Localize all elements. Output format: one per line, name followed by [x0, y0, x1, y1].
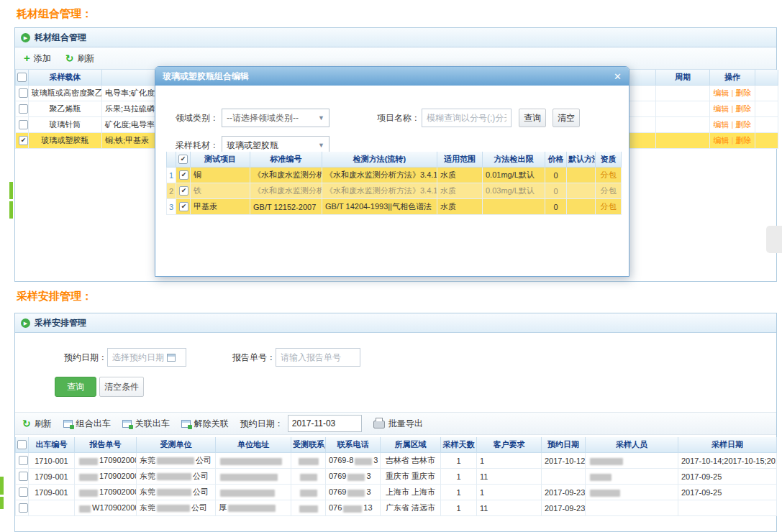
- column-header[interactable]: 默认方法: [567, 152, 596, 168]
- domain-type-select[interactable]: --请选择领域类别-- ▼: [222, 109, 329, 127]
- column-header[interactable]: 所属区域: [381, 437, 441, 453]
- checkbox[interactable]: [19, 104, 28, 114]
- edit-link[interactable]: 编辑: [714, 120, 729, 129]
- checkbox[interactable]: ✔: [179, 202, 188, 211]
- dialog-clear-button[interactable]: 清空: [553, 109, 580, 127]
- column-header[interactable]: 出车编号: [29, 437, 75, 453]
- sampling-row[interactable]: 1709-0011709020004CN东莞公司07693重庆市 重庆市1112…: [16, 469, 777, 485]
- checkbox[interactable]: [17, 440, 27, 449]
- column-header[interactable]: 采样天数: [441, 437, 477, 453]
- batch-export-button[interactable]: 批量导出: [373, 418, 423, 430]
- checkbox[interactable]: ✔: [179, 170, 188, 180]
- calendar-icon[interactable]: [167, 354, 176, 362]
- column-header[interactable]: 价格: [545, 152, 567, 168]
- price-cell: 0: [545, 168, 567, 183]
- redacted-text: [220, 474, 278, 481]
- unlink-button[interactable]: 解除关联: [181, 418, 229, 430]
- booked-date-cell: 2017-09-23: [542, 485, 586, 500]
- address-cell: 厚: [216, 500, 291, 516]
- booking-date-input[interactable]: 选择预约日期: [107, 348, 186, 367]
- redacted-text: [590, 458, 623, 465]
- combine-dispatch-button[interactable]: 组合出车: [63, 418, 111, 430]
- redacted-text: [220, 458, 282, 465]
- add-button[interactable]: + 添加: [24, 52, 51, 65]
- checkbox[interactable]: [19, 487, 28, 497]
- column-header[interactable]: 检测方法(流转): [322, 152, 437, 168]
- select-all-checkbox[interactable]: [17, 73, 27, 82]
- column-header[interactable]: 客户要求: [477, 437, 542, 453]
- edit-link[interactable]: 编辑: [714, 88, 729, 97]
- column-header[interactable]: 单位地址: [216, 437, 291, 453]
- carrier-cell: 玻璃针筒: [29, 117, 102, 133]
- checkbox[interactable]: [19, 88, 28, 98]
- checkbox[interactable]: ✔: [179, 186, 188, 196]
- redacted-text: [347, 490, 365, 497]
- column-header[interactable]: 联系电话: [326, 437, 381, 453]
- ops-cell: 编辑|删除: [710, 101, 755, 117]
- checkbox[interactable]: [19, 120, 28, 129]
- column-header[interactable]: 报告单号: [75, 437, 137, 453]
- delete-link[interactable]: 删除: [735, 136, 751, 145]
- column-header[interactable]: 测试项目: [191, 152, 250, 168]
- edit-link[interactable]: 编辑: [714, 136, 729, 145]
- delete-link[interactable]: 删除: [735, 120, 751, 129]
- checkbox[interactable]: [19, 456, 28, 465]
- refresh-button[interactable]: ↻ 刷新: [65, 52, 95, 65]
- column-header[interactable]: 受测单位: [137, 437, 216, 453]
- qualification-cell: 分包: [596, 168, 622, 183]
- sampling-row[interactable]: 1709-0011709020001CN东莞公司07693上海市 上海市1120…: [16, 485, 777, 500]
- delete-link[interactable]: 删除: [735, 104, 751, 113]
- project-name-input[interactable]: [422, 109, 512, 127]
- test-item-row[interactable]: 3✔甲基汞GB/T 12152-2007GB/T 14204-1993||气相色…: [167, 199, 622, 215]
- sampling-panel-header: ▶ 采样安排管理: [15, 313, 776, 333]
- booked-date-cell: 2017-09-23: [542, 500, 586, 516]
- consumable-type-value: 玻璃或塑胶瓶: [227, 139, 278, 152]
- query-button[interactable]: 查询: [55, 377, 96, 397]
- report-no-input[interactable]: [276, 348, 360, 367]
- phone-cell: 0769-83: [326, 453, 381, 469]
- column-header[interactable]: 资质: [596, 152, 622, 168]
- delete-link[interactable]: 删除: [735, 88, 751, 97]
- close-icon[interactable]: ✕: [614, 71, 622, 82]
- row-checkbox-cell: ✔: [176, 183, 191, 199]
- ops-cell: 编辑|删除: [710, 86, 755, 101]
- column-header[interactable]: 预约日期: [542, 437, 586, 453]
- checkbox[interactable]: [19, 472, 28, 481]
- clear-conditions-button[interactable]: 清空条件: [99, 377, 144, 397]
- column-header[interactable]: 采样人员: [586, 437, 678, 453]
- edit-link[interactable]: 编辑: [714, 104, 729, 113]
- sampling-row[interactable]: 1710-0011709020002CN东莞公司0769-83吉林省 吉林市11…: [16, 453, 777, 469]
- col-stub: [755, 70, 778, 86]
- days-cell: 1: [441, 500, 477, 516]
- column-header[interactable]: 受测联系人: [291, 437, 326, 453]
- sampling-row[interactable]: W1709020005CN东莞公司厚07613广东省 清远市1112017-09…: [16, 500, 777, 516]
- days-cell: 1: [441, 485, 477, 500]
- consumable-panel-title: 耗材组合管理: [35, 32, 86, 44]
- chevron-down-icon: ▼: [318, 142, 324, 149]
- column-header[interactable]: 方法检出限: [483, 152, 545, 168]
- dialog-titlebar[interactable]: 玻璃或塑胶瓶组合编辑 ✕: [155, 67, 629, 86]
- column-header[interactable]: 采样日期: [678, 437, 777, 453]
- test-item-row[interactable]: 1✔铜《水和废水监测分析方法》《水和废水监测分析方法》3.4.10.8||ICP…: [167, 168, 622, 183]
- test-item-row[interactable]: 2✔铁《水和废水监测分析方法》《水和废水监测分析方法》3.4.12.3||ICP…: [167, 183, 622, 199]
- scope-cell: 水质: [437, 168, 483, 183]
- redacted-text: [300, 490, 317, 497]
- column-header[interactable]: 标准编号: [250, 152, 322, 168]
- unlink-label: 解除关联: [194, 418, 229, 430]
- checkbox[interactable]: ✔: [178, 155, 188, 164]
- redacted-text: [79, 458, 98, 465]
- column-header[interactable]: 适用范围: [437, 152, 483, 168]
- price-cell: 0: [545, 183, 567, 199]
- toolbar-date-input[interactable]: [288, 415, 362, 432]
- dialog-title: 玻璃或塑胶瓶组合编辑: [163, 70, 249, 83]
- dialog-query-button[interactable]: 查询: [519, 109, 546, 127]
- ops-cell: 编辑|删除: [710, 117, 755, 133]
- refresh-button[interactable]: ↻ 刷新: [22, 418, 52, 430]
- link-dispatch-button[interactable]: 关联出车: [122, 418, 170, 430]
- refresh-icon: ↻: [65, 54, 74, 63]
- link-separator: |: [732, 104, 734, 113]
- default-method-cell: [567, 183, 596, 199]
- checkbox[interactable]: ✔: [19, 136, 28, 145]
- out-no-cell: 1710-001: [29, 453, 75, 469]
- checkbox[interactable]: [19, 503, 28, 513]
